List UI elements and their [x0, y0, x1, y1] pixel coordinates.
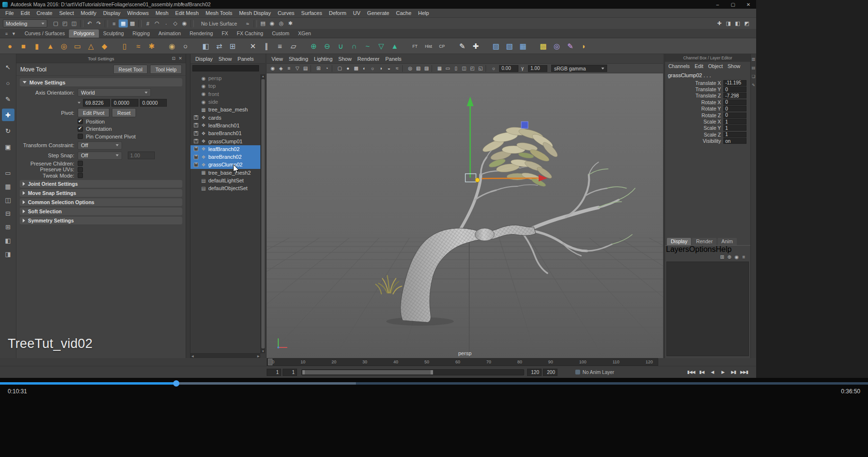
scale-tool-icon[interactable]: ▣	[2, 140, 14, 153]
separator[interactable]	[80, 20, 83, 28]
select-hierarchy-icon[interactable]: ≡	[109, 19, 119, 28]
checkbox[interactable]	[78, 167, 83, 172]
playback-end-field[interactable]: 120	[527, 369, 542, 376]
outliner-menu-item[interactable]: Show	[216, 56, 235, 62]
channel-label[interactable]: Scale Y	[665, 125, 721, 131]
checkbox[interactable]	[78, 173, 83, 178]
channel-label[interactable]: Translate X	[665, 80, 721, 86]
menu-item[interactable]: File	[2, 10, 17, 16]
separator[interactable]	[402, 65, 405, 72]
separate-icon[interactable]: ⊖	[321, 40, 333, 52]
resolution-gate-icon[interactable]: ▯	[452, 65, 460, 72]
poly-gear-icon[interactable]: ✱	[146, 40, 158, 52]
collapsed-section-header[interactable]: Common Selection Options	[20, 198, 182, 206]
selected-object-name[interactable]: grassClump02 . . .	[665, 70, 750, 80]
lock-camera-icon[interactable]: ◈	[277, 65, 285, 72]
outliner-menu-item[interactable]: Panels	[235, 56, 257, 62]
lighting-icon[interactable]: ☼	[368, 65, 377, 72]
create-polygon-icon[interactable]: ✚	[470, 40, 482, 52]
move-settings-section-header[interactable]: Move Settings	[20, 78, 182, 86]
outliner-item[interactable]: ▤ defaultLightSet	[190, 177, 260, 184]
channel-label[interactable]: Rotate Z	[665, 112, 721, 118]
collapsed-section-header[interactable]: Soft Selection	[20, 208, 182, 215]
menu-item[interactable]: Modify	[77, 10, 99, 16]
go-to-end-button[interactable]: ▶▶▮	[739, 368, 749, 376]
transform-constraint-dropdown[interactable]: Off	[78, 141, 122, 150]
checkbox[interactable]	[78, 126, 83, 132]
undo-icon[interactable]: ↶	[85, 19, 94, 28]
channel-label[interactable]: Scale Z	[665, 132, 721, 138]
mirror-geometry-icon[interactable]: ◧	[200, 40, 212, 52]
menu-item[interactable]: Display	[100, 10, 124, 16]
shelf-tab-sculpting[interactable]: Sculpting	[99, 29, 128, 38]
use-default-material-icon[interactable]: ◐	[360, 65, 368, 72]
current-frame-field[interactable]: 1	[283, 369, 297, 376]
paint-weights-icon[interactable]: ✎	[564, 40, 576, 52]
redo-icon[interactable]: ↷	[94, 19, 103, 28]
anim-layer-selector[interactable]: No Anim Layer	[575, 370, 614, 375]
expand-toggle-icon[interactable]	[194, 147, 198, 151]
close-button[interactable]: ✕	[741, 0, 756, 9]
layout-two-stacked-icon[interactable]: ⊟	[2, 208, 14, 219]
paint-select-tool-icon[interactable]: ✎	[2, 93, 14, 105]
live-surface-label[interactable]: No Live Surface	[201, 21, 237, 27]
channel-value-field[interactable]: 1	[723, 119, 746, 125]
outliner-item[interactable]: ❖ grassClump01	[190, 137, 260, 145]
shelf-tab-xgen[interactable]: XGen	[294, 29, 315, 38]
expand-toggle-icon[interactable]	[194, 115, 198, 120]
triangulate-icon[interactable]: ▲	[389, 40, 401, 52]
uv-planar-icon[interactable]: ▨	[490, 40, 502, 52]
viewport-menu-item[interactable]: Shading	[286, 56, 311, 62]
snap-to-point-icon[interactable]: ∙	[162, 19, 171, 28]
channel-value-field[interactable]: -11.195	[723, 80, 746, 86]
move-tool-icon[interactable]: ✚	[2, 109, 14, 121]
color-transform-dropdown[interactable]: sRGB gamma	[551, 65, 607, 72]
viewport-menu-item[interactable]: View	[269, 56, 286, 62]
select-tool-icon[interactable]: ↖	[2, 61, 14, 73]
manipulator-x-axis[interactable]	[482, 178, 541, 179]
render-current-frame-icon[interactable]: ◉	[268, 19, 277, 28]
safe-action-icon[interactable]: ◰	[468, 65, 476, 72]
anim-end-field[interactable]: 200	[543, 369, 557, 376]
film-gate-icon[interactable]: ▭	[444, 65, 452, 72]
outliner-item[interactable]: ◉ persp	[190, 74, 260, 82]
range-start-field[interactable]: 1	[267, 369, 281, 376]
minimize-button[interactable]: –	[710, 0, 725, 9]
channel-box-menu-item[interactable]: Channels	[666, 63, 692, 69]
separator[interactable]	[486, 65, 488, 72]
reset-tool-button[interactable]: Reset Tool	[113, 65, 148, 74]
menu-item[interactable]: UV	[350, 10, 364, 16]
channel-box-menu-item[interactable]: Show	[725, 63, 743, 69]
layout-four-pane-icon[interactable]: ▦	[2, 181, 14, 192]
lasso-tool-icon[interactable]: ○	[2, 77, 14, 89]
channel-label[interactable]: Scale X	[665, 119, 721, 125]
separator[interactable]	[105, 20, 108, 28]
layer-list[interactable]	[666, 262, 749, 356]
menu-item[interactable]: Edit Mesh	[172, 10, 202, 16]
outliner-item[interactable]: ❖ leafBranch01	[190, 122, 260, 129]
shelf-tab-custom[interactable]: Custom	[268, 29, 294, 38]
tool-settings-tab-icon[interactable]: ❏	[752, 74, 755, 79]
shelf-tab-fx[interactable]: FX	[217, 29, 232, 38]
edit-pivot-button[interactable]: Edit Pivot	[78, 108, 109, 117]
layout-hypershade-icon[interactable]: ◨	[2, 249, 14, 259]
outliner-item[interactable]: ❖ cards	[190, 113, 260, 121]
outliner-item[interactable]: ◉ side	[190, 98, 260, 106]
motion-blur-icon[interactable]: ≈	[393, 65, 401, 72]
menu-item[interactable]: Surfaces	[298, 10, 326, 16]
channel-value-field[interactable]: -7.298	[723, 93, 746, 98]
poly-prism-icon[interactable]: ◆	[98, 40, 110, 52]
gamma-icon[interactable]: γ	[518, 65, 527, 72]
offset-edge-loop-icon[interactable]: ≡	[274, 40, 286, 52]
smooth-mesh-preview-icon[interactable]: ○	[179, 40, 191, 52]
layout-three-split-icon[interactable]: ⊞	[2, 222, 14, 232]
outliner-horizontal-scrollbar[interactable]	[190, 353, 260, 358]
rotate-tool-icon[interactable]: ↻	[2, 125, 14, 137]
video-scrubber-handle[interactable]	[173, 380, 179, 387]
viewport-canvas[interactable]: persp	[267, 73, 663, 358]
exposure-field[interactable]: 0.00	[499, 65, 518, 72]
select-camera-icon[interactable]: ◉	[269, 65, 277, 72]
xray-icon[interactable]: ▧	[414, 65, 422, 72]
menu-item[interactable]: Mesh	[152, 10, 172, 16]
outliner-item[interactable]: ▦ tree_base_mesh2	[190, 169, 260, 177]
